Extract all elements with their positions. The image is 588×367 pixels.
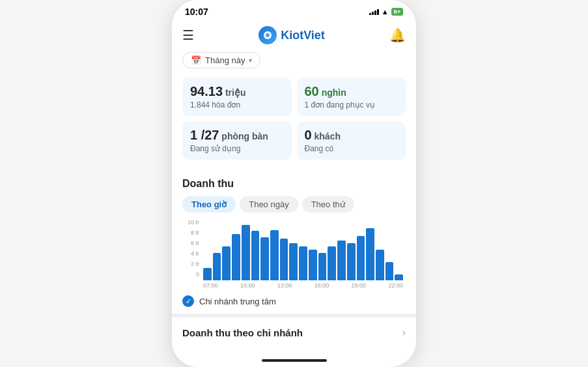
- status-bar: 10:07 ▲ 6+: [172, 0, 416, 21]
- bar-12: [318, 253, 327, 281]
- x-label-22: 22:00: [388, 282, 403, 289]
- x-label-10: 10:00: [240, 282, 255, 289]
- stat-value-revenue: 94.13 triệu: [190, 84, 284, 99]
- y-label-6tr: 6 tr: [182, 240, 199, 246]
- bar-10: [299, 246, 307, 280]
- x-label-13: 13:00: [277, 282, 292, 289]
- signal-bar-2: [372, 12, 374, 15]
- stat-value-guests: 0 khách: [305, 128, 399, 143]
- revenue-by-branch-label: Doanh thu theo chi nhánh: [182, 327, 303, 338]
- stat-card-revenue: 94.13 triệu 1.844 hóa đơn: [182, 78, 292, 116]
- x-label-19: 19:00: [352, 282, 367, 289]
- logo-text: KiotViet: [281, 29, 325, 42]
- app-header: ☰ KiotViet 🔔: [172, 21, 416, 48]
- stats-grid: 94.13 triệu 1.844 hóa đơn 60 nghìn 1 đơn…: [172, 72, 416, 165]
- y-label-2tr: 2 tr: [182, 261, 199, 267]
- stat-label-revenue: 1.844 hóa đơn: [190, 100, 284, 110]
- y-label-8tr: 8 tr: [182, 229, 199, 236]
- bar-13: [328, 246, 336, 280]
- hamburger-button[interactable]: ☰: [182, 27, 194, 43]
- chevron-down-icon: ▾: [249, 57, 252, 64]
- bar-11: [309, 250, 317, 280]
- phone-frame: 10:07 ▲ 6+ ☰ KiotViet 🔔 📅 Tháng này ▾: [172, 0, 416, 367]
- bar-18: [376, 250, 384, 280]
- wifi-icon: ▲: [382, 8, 389, 16]
- bar-2: [222, 246, 231, 280]
- revenue-section: Doanh thu Theo giờ Theo ngày Theo thứ 10…: [172, 170, 416, 289]
- bar-15: [347, 243, 356, 280]
- y-label-0: 0: [182, 271, 199, 278]
- chart-area: [182, 222, 406, 280]
- stat-label-guests: Đang có: [305, 144, 399, 153]
- bar-20: [395, 274, 403, 280]
- bar-7: [270, 230, 279, 280]
- stat-card-orders: 60 nghìn 1 đơn đang phục vụ: [297, 78, 406, 116]
- kiotviet-logo-icon: [259, 26, 277, 44]
- date-filter: 📅 Tháng này ▾: [172, 48, 416, 72]
- bar-0: [203, 268, 212, 280]
- spacer: [172, 347, 416, 354]
- x-label-16: 16:00: [315, 282, 329, 289]
- date-filter-button[interactable]: 📅 Tháng này ▾: [182, 52, 260, 68]
- x-label-07: 07:00: [203, 282, 218, 289]
- bar-9: [289, 243, 298, 280]
- signal-bar-3: [374, 10, 376, 15]
- status-icons: ▲ 6+: [369, 8, 403, 16]
- branch-filter-row: ✓ Chi nhánh trung tâm: [172, 289, 416, 314]
- stat-value-tables: 1 /27 phòng bàn: [190, 128, 284, 143]
- bar-16: [357, 236, 365, 280]
- tab-by-hour[interactable]: Theo giờ: [182, 196, 236, 213]
- signal-bars-icon: [369, 9, 379, 15]
- branch-label: Chi nhánh trung tâm: [199, 297, 276, 306]
- bar-8: [280, 239, 288, 280]
- y-label-10tr: 10 tr: [182, 219, 199, 226]
- tab-row: Theo giờ Theo ngày Theo thứ: [182, 196, 406, 213]
- signal-bar-1: [369, 13, 371, 15]
- y-label-4tr: 4 tr: [182, 250, 199, 257]
- bar-19: [385, 262, 394, 280]
- status-time: 10:07: [185, 7, 208, 17]
- stat-card-tables: 1 /27 phòng bàn Đang sử dụng: [182, 121, 292, 160]
- stat-label-tables: Đang sử dụng: [190, 144, 284, 153]
- stat-card-guests: 0 khách Đang có: [297, 121, 406, 160]
- home-indicator: [172, 354, 416, 367]
- home-bar: [262, 359, 327, 362]
- stat-value-orders: 60 nghìn: [305, 84, 399, 99]
- tab-by-weekday[interactable]: Theo thứ: [302, 196, 354, 213]
- bar-4: [242, 225, 250, 280]
- bar-3: [232, 234, 240, 280]
- calendar-icon: 📅: [191, 55, 201, 65]
- revenue-title: Doanh thu: [182, 178, 406, 190]
- bar-17: [366, 228, 374, 280]
- bell-icon[interactable]: 🔔: [389, 27, 406, 43]
- bar-5: [251, 231, 260, 280]
- branch-check-icon: ✓: [182, 295, 194, 307]
- logo-area: KiotViet: [259, 26, 325, 44]
- battery-badge: 6+: [391, 8, 403, 16]
- revenue-by-branch-row[interactable]: Doanh thu theo chi nhánh ›: [172, 317, 416, 347]
- stat-label-orders: 1 đơn đang phục vụ: [305, 100, 399, 110]
- bar-1: [213, 253, 221, 281]
- bar-6: [260, 237, 269, 280]
- chart-container: 10 tr 8 tr 6 tr 4 tr 2 tr 0 07:00 10:00 …: [182, 219, 406, 289]
- tab-by-day[interactable]: Theo ngày: [240, 196, 298, 213]
- signal-bar-4: [377, 9, 379, 15]
- y-axis: 10 tr 8 tr 6 tr 4 tr 2 tr 0: [182, 219, 202, 278]
- date-filter-label: Tháng này: [205, 55, 245, 65]
- x-axis: 07:00 10:00 13:00 16:00 19:00 22:00: [182, 282, 406, 289]
- bar-14: [337, 241, 346, 280]
- chevron-right-icon: ›: [402, 327, 406, 338]
